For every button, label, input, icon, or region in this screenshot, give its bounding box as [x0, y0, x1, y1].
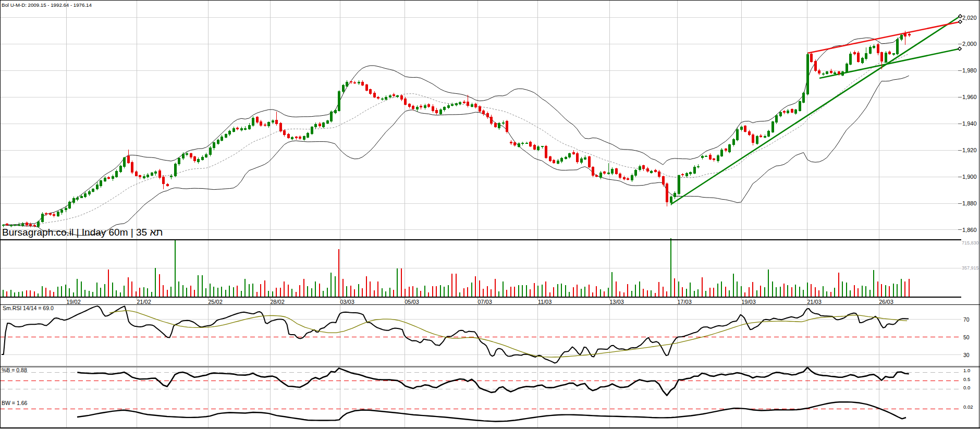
svg-text:19/03: 19/03 — [741, 299, 756, 305]
svg-text:BW = 1.66: BW = 1.66 — [2, 400, 27, 406]
svg-text:1,960: 1,960 — [962, 94, 977, 100]
svg-text:70: 70 — [963, 316, 970, 323]
svg-text:2,000: 2,000 — [962, 41, 977, 47]
svg-text:19/02: 19/02 — [66, 299, 81, 305]
svg-text:1,860: 1,860 — [962, 227, 977, 233]
svg-text:30: 30 — [963, 352, 970, 358]
svg-text:715,830: 715,830 — [962, 240, 979, 246]
svg-text:0.5: 0.5 — [963, 376, 970, 382]
svg-text:Bursagraph.co.il | Inday 60m |: Bursagraph.co.il | Inday 60m | 35 תא — [2, 227, 163, 238]
svg-text:26/03: 26/03 — [879, 299, 893, 305]
svg-text:25/02: 25/02 — [208, 299, 223, 305]
svg-text:28/02: 28/02 — [270, 299, 285, 305]
svg-text:11/03: 11/03 — [538, 299, 552, 305]
svg-text:1,900: 1,900 — [962, 174, 977, 180]
svg-text:13/03: 13/03 — [609, 299, 624, 305]
svg-text:0.02: 0.02 — [963, 404, 973, 410]
svg-text:21/03: 21/03 — [807, 299, 822, 305]
svg-text:Bol U-M-D: 2009.15 - 1992.64 -: Bol U-M-D: 2009.15 - 1992.64 - 1976.14 — [2, 2, 92, 8]
svg-text:%B = 0.88: %B = 0.88 — [2, 367, 27, 373]
svg-text:50: 50 — [963, 334, 970, 340]
svg-text:17/03: 17/03 — [677, 299, 692, 305]
svg-text:07/03: 07/03 — [477, 299, 492, 305]
svg-text:03/03: 03/03 — [340, 299, 354, 305]
svg-text:0.0: 0.0 — [963, 385, 970, 390]
svg-text:05/03: 05/03 — [405, 299, 419, 305]
svg-text:Sm.RSI 14/14 = 69.0: Sm.RSI 14/14 = 69.0 — [3, 305, 54, 311]
svg-text:1,920: 1,920 — [962, 147, 977, 153]
svg-text:21/02: 21/02 — [137, 299, 151, 305]
svg-text:1,880: 1,880 — [962, 200, 977, 206]
svg-text:2,020: 2,020 — [962, 15, 977, 21]
svg-text:357,915: 357,915 — [962, 265, 979, 271]
svg-text:1,940: 1,940 — [962, 120, 977, 127]
svg-text:1,980: 1,980 — [962, 67, 977, 73]
svg-text:1.0: 1.0 — [963, 367, 970, 373]
